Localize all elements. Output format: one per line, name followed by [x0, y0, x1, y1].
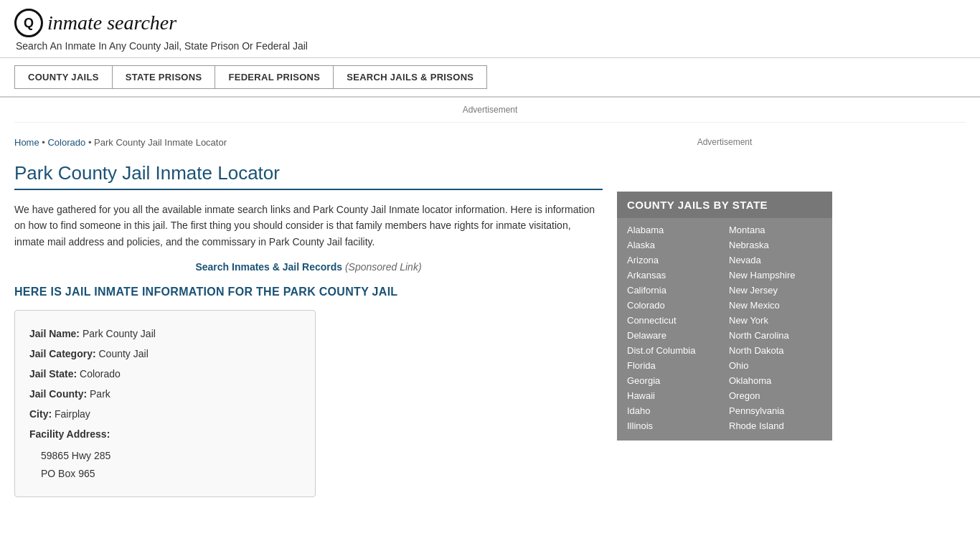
jail-state-row: Jail State: Colorado: [29, 364, 301, 384]
jail-state-label: Jail State:: [29, 368, 77, 380]
description-text: We have gathered for you all the availab…: [14, 202, 603, 250]
states-col1: AlabamaAlaskaArizonaArkansasCaliforniaCo…: [623, 222, 725, 433]
nav-search-jails[interactable]: SEARCH JAILS & PRISONS: [333, 65, 487, 89]
content-area: Home • Colorado • Park County Jail Inmat…: [14, 123, 603, 512]
state-link-hawaii[interactable]: Hawaii: [623, 388, 725, 403]
state-link-new-hampshire[interactable]: New Hampshire: [725, 268, 826, 283]
breadcrumb-state[interactable]: Colorado: [47, 137, 85, 148]
info-box: Jail Name: Park County Jail Jail Categor…: [14, 310, 316, 496]
jail-address-label: Facility Address:: [29, 428, 110, 440]
state-link-florida[interactable]: Florida: [623, 358, 725, 373]
state-link-new-york[interactable]: New York: [725, 313, 826, 328]
state-jails-title: COUNTY JAILS BY STATE: [617, 192, 832, 218]
state-link-ohio[interactable]: Ohio: [725, 358, 826, 373]
jail-category-row: Jail Category: County Jail: [29, 344, 301, 364]
logo-icon: Q: [14, 9, 43, 37]
logo-area: Q inmate searcher: [14, 9, 966, 37]
main-layout: Home • Colorado • Park County Jail Inmat…: [0, 123, 980, 512]
state-jails-grid: AlabamaAlaskaArizonaArkansasCaliforniaCo…: [617, 218, 832, 441]
jail-county-row: Jail County: Park: [29, 384, 301, 404]
state-link-pennsylvania[interactable]: Pennsylvania: [725, 403, 826, 418]
nav-federal-prisons[interactable]: FEDERAL PRISONS: [215, 65, 333, 89]
jail-name-row: Jail Name: Park County Jail: [29, 324, 301, 344]
breadcrumb: Home • Colorado • Park County Jail Inmat…: [14, 137, 603, 148]
jail-category-value: County Jail: [98, 348, 148, 359]
state-link-nevada[interactable]: Nevada: [725, 253, 826, 268]
sponsored-link-area: Search Inmates & Jail Records (Sponsored…: [14, 261, 603, 273]
state-link-illinois[interactable]: Illinois: [623, 418, 725, 433]
state-link-arizona[interactable]: Arizona: [623, 253, 725, 268]
state-link-delaware[interactable]: Delaware: [623, 328, 725, 343]
sidebar: Advertisement COUNTY JAILS BY STATE Alab…: [617, 123, 832, 512]
state-link-california[interactable]: California: [623, 283, 725, 298]
sponsored-note: (Sponsored Link): [345, 261, 422, 273]
logo-text: inmate searcher: [47, 11, 176, 34]
section-heading: HERE IS JAIL INMATE INFORMATION FOR THE …: [14, 286, 603, 298]
state-link-north-dakota[interactable]: North Dakota: [725, 343, 826, 358]
address-line2: PO Box 965: [41, 465, 301, 483]
state-link-colorado[interactable]: Colorado: [623, 298, 725, 313]
state-link-alaska[interactable]: Alaska: [623, 237, 725, 253]
state-link-georgia[interactable]: Georgia: [623, 373, 725, 388]
nav-state-prisons[interactable]: STATE PRISONS: [112, 65, 215, 89]
state-link-north-carolina[interactable]: North Carolina: [725, 328, 826, 343]
state-link-alabama[interactable]: Alabama: [623, 222, 725, 237]
breadcrumb-home[interactable]: Home: [14, 137, 39, 148]
jail-category-label: Jail Category:: [29, 348, 96, 359]
page-title: Park County Jail Inmate Locator: [14, 162, 603, 190]
state-link-oklahoma[interactable]: Oklahoma: [725, 373, 826, 388]
jail-city-row: City: Fairplay: [29, 404, 301, 424]
jail-name-value: Park County Jail: [83, 328, 156, 339]
header: Q inmate searcher Search An Inmate In An…: [0, 0, 980, 58]
state-link-montana[interactable]: Montana: [725, 222, 826, 237]
address-block: 59865 Hwy 285 PO Box 965: [41, 447, 301, 483]
state-link-oregon[interactable]: Oregon: [725, 388, 826, 403]
tagline: Search An Inmate In Any County Jail, Sta…: [16, 40, 966, 52]
state-link-connecticut[interactable]: Connecticut: [623, 313, 725, 328]
jail-city-label: City:: [29, 408, 52, 420]
state-link-rhode-island[interactable]: Rhode Island: [725, 418, 826, 433]
sidebar-ad: Advertisement: [617, 137, 832, 180]
jail-county-value: Park: [90, 388, 110, 400]
state-link-arkansas[interactable]: Arkansas: [623, 268, 725, 283]
navigation: COUNTY JAILS STATE PRISONS FEDERAL PRISO…: [0, 58, 980, 98]
state-link-idaho[interactable]: Idaho: [623, 403, 725, 418]
breadcrumb-current: Park County Jail Inmate Locator: [94, 137, 227, 148]
breadcrumb-sep2: •: [88, 137, 94, 148]
state-link-distof-columbia[interactable]: Dist.of Columbia: [623, 343, 725, 358]
address-line1: 59865 Hwy 285: [41, 447, 301, 465]
state-link-new-mexico[interactable]: New Mexico: [725, 298, 826, 313]
state-link-nebraska[interactable]: Nebraska: [725, 237, 826, 253]
ad-banner: Advertisement: [14, 98, 966, 123]
sponsored-link[interactable]: Search Inmates & Jail Records: [195, 261, 342, 273]
state-jails-box: COUNTY JAILS BY STATE AlabamaAlaskaArizo…: [617, 192, 832, 441]
jail-city-value: Fairplay: [55, 408, 90, 420]
jail-address-row: Facility Address: 59865 Hwy 285 PO Box 9…: [29, 424, 301, 483]
jail-name-label: Jail Name:: [29, 328, 80, 339]
nav-county-jails[interactable]: COUNTY JAILS: [14, 65, 112, 89]
state-link-new-jersey[interactable]: New Jersey: [725, 283, 826, 298]
states-col2: MontanaNebraskaNevadaNew HampshireNew Je…: [725, 222, 826, 433]
jail-state-value: Colorado: [80, 368, 121, 380]
jail-county-label: Jail County:: [29, 388, 87, 400]
